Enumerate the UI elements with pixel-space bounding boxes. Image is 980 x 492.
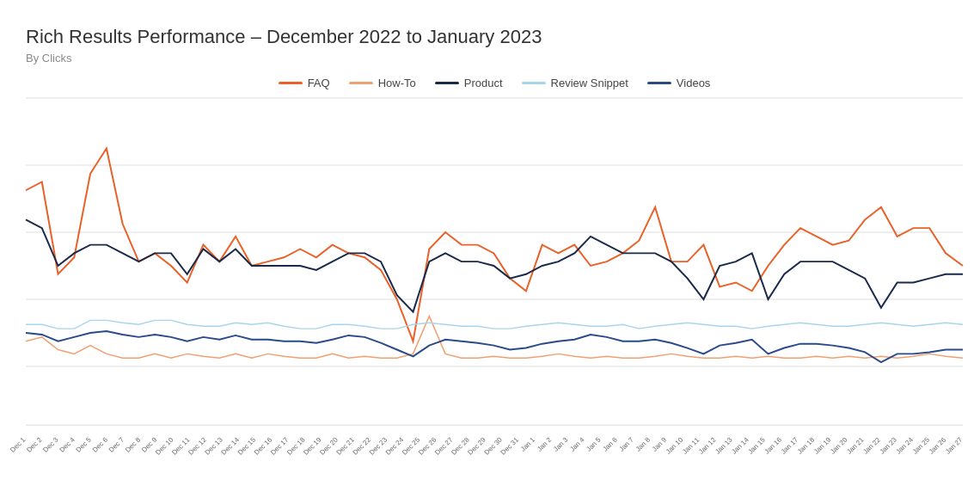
svg-text:Dec 31: Dec 31 bbox=[499, 436, 521, 457]
svg-text:Jan 26: Jan 26 bbox=[928, 436, 948, 456]
svg-text:Dec 7: Dec 7 bbox=[107, 436, 126, 454]
svg-text:Jan 12: Jan 12 bbox=[697, 436, 718, 456]
svg-text:Jan 4: Jan 4 bbox=[568, 436, 586, 453]
svg-text:Jan 24: Jan 24 bbox=[894, 436, 915, 456]
legend-item-review-snippet: Review Snippet bbox=[522, 77, 628, 89]
svg-text:Dec 3: Dec 3 bbox=[41, 436, 60, 454]
svg-text:Jan 2: Jan 2 bbox=[536, 436, 553, 453]
svg-text:Jan 18: Jan 18 bbox=[796, 436, 817, 456]
svg-text:Jan 13: Jan 13 bbox=[714, 436, 734, 456]
legend-label: Videos bbox=[677, 77, 711, 89]
svg-text:Dec 8: Dec 8 bbox=[124, 436, 143, 454]
legend-label: How-To bbox=[378, 77, 416, 89]
svg-text:Dec 1: Dec 1 bbox=[9, 436, 28, 454]
svg-text:Jan 5: Jan 5 bbox=[585, 436, 603, 453]
svg-text:Jan 10: Jan 10 bbox=[665, 436, 685, 456]
svg-text:Jan 8: Jan 8 bbox=[634, 436, 652, 453]
legend-color-how-to bbox=[349, 82, 373, 84]
svg-text:Jan 6: Jan 6 bbox=[601, 436, 619, 453]
legend-item-how-to: How-To bbox=[349, 77, 416, 89]
svg-text:Jan 14: Jan 14 bbox=[730, 436, 750, 456]
legend-color-product bbox=[435, 82, 459, 84]
svg-text:Jan 20: Jan 20 bbox=[829, 436, 849, 456]
svg-text:Jan 7: Jan 7 bbox=[618, 436, 635, 453]
svg-text:Jan 23: Jan 23 bbox=[878, 436, 898, 456]
legend-item-faq: FAQ bbox=[279, 77, 330, 89]
legend-color-videos bbox=[647, 82, 671, 84]
svg-text:Jan 19: Jan 19 bbox=[812, 436, 833, 456]
chart-subtitle: By Clicks bbox=[26, 52, 963, 65]
chart-legend: FAQHow-ToProductReview SnippetVideos bbox=[26, 77, 963, 89]
svg-text:Dec 6: Dec 6 bbox=[91, 436, 110, 454]
svg-text:Jan 1: Jan 1 bbox=[519, 436, 537, 453]
legend-item-videos: Videos bbox=[647, 77, 711, 89]
svg-text:Jan 25: Jan 25 bbox=[911, 436, 932, 456]
svg-text:Jan 17: Jan 17 bbox=[780, 436, 800, 456]
svg-text:Jan 15: Jan 15 bbox=[746, 436, 767, 456]
chart-container: Rich Results Performance – December 2022… bbox=[0, 0, 980, 492]
legend-item-product: Product bbox=[435, 77, 503, 89]
legend-label: Product bbox=[464, 77, 503, 89]
legend-color-faq bbox=[279, 82, 303, 84]
svg-text:Jan 3: Jan 3 bbox=[552, 436, 570, 453]
svg-text:Jan 27: Jan 27 bbox=[944, 436, 965, 456]
legend-label: Review Snippet bbox=[551, 77, 628, 89]
svg-text:Jan 21: Jan 21 bbox=[845, 436, 866, 456]
svg-text:Jan 11: Jan 11 bbox=[681, 436, 701, 456]
legend-label: FAQ bbox=[308, 77, 330, 89]
svg-text:Jan 16: Jan 16 bbox=[763, 436, 783, 456]
svg-text:Dec 4: Dec 4 bbox=[58, 436, 77, 454]
svg-text:Dec 5: Dec 5 bbox=[75, 436, 94, 454]
chart-area: Dec 1Dec 2Dec 3Dec 4Dec 5Dec 6Dec 7Dec 8… bbox=[26, 98, 963, 437]
legend-color-review-snippet bbox=[522, 82, 546, 84]
svg-text:Jan 22: Jan 22 bbox=[861, 436, 882, 456]
chart-title: Rich Results Performance – December 2022… bbox=[26, 26, 963, 48]
svg-text:Dec 2: Dec 2 bbox=[25, 436, 43, 454]
